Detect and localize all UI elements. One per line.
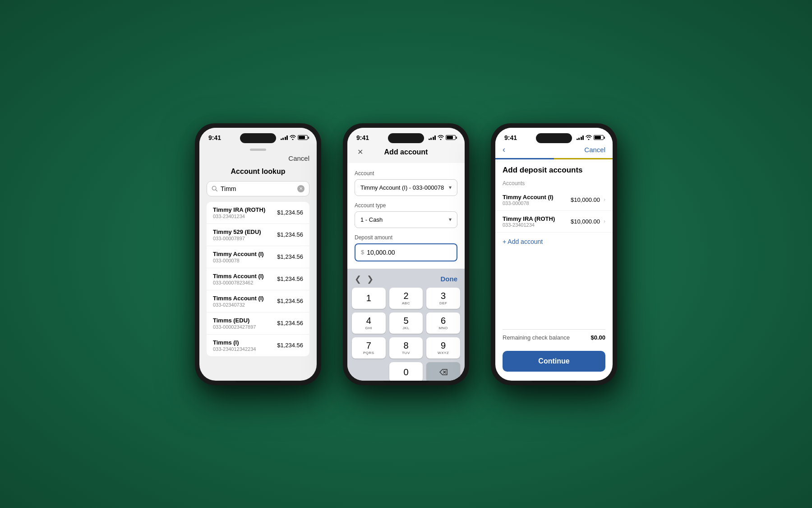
account-type-value: 1 - Cash (360, 216, 383, 223)
table-row[interactable]: Timmy IRA (ROTH) 033-23401234 $10,000.00… (495, 211, 613, 233)
keyboard-key-backspace (352, 362, 386, 381)
battery-icon-3 (594, 135, 604, 140)
time-1: 9:41 (208, 134, 221, 141)
keyboard-toolbar: ❮ ❯ Done (349, 272, 463, 288)
wifi-icon-3 (586, 135, 592, 140)
account-number: 033-00007897 (213, 236, 261, 241)
cancel-button-3[interactable]: Cancel (584, 146, 605, 154)
nav-bar-3: ‹ Cancel (495, 143, 613, 159)
keyboard-key-7[interactable]: 7PQRS (352, 337, 386, 359)
account-dropdown-value: Timmy Account (I) - 033-000078 (360, 184, 444, 191)
list-item[interactable]: Timms Account (I) 033-02340732 $1,234.56 (207, 290, 309, 312)
wifi-icon-1 (290, 135, 296, 140)
modal-close-button[interactable]: ✕ (355, 147, 365, 158)
phone-3: 9:41 ‹ Cancel (491, 123, 617, 385)
account-dropdown[interactable]: Timmy Account (I) - 033-000078 ▾ (355, 179, 457, 196)
svg-line-1 (216, 190, 217, 191)
table-row[interactable]: Timmy Account (I) 033-000078 $10,000.00 … (495, 189, 613, 211)
account-number: 033-000023427897 (213, 324, 256, 330)
list-item[interactable]: Timmy 529 (EDU) 033-00007897 $1,234.56 (207, 224, 309, 246)
deposit-amount-label: Deposit amount (355, 234, 457, 241)
account-amount: $1,234.56 (277, 320, 303, 326)
account-name: Timms (I) (213, 339, 256, 346)
account-name: Timms (EDU) (213, 317, 256, 324)
time-2: 9:41 (356, 134, 369, 141)
keyboard-key-1[interactable]: 1 (352, 288, 386, 309)
account-amount: $1,234.56 (277, 209, 303, 216)
account-amount: $1,234.56 (277, 231, 303, 238)
keyboard-next-button[interactable]: ❯ (367, 274, 374, 284)
list-item[interactable]: Timmy Account (I) 033-000078 $1,234.56 (207, 246, 309, 268)
phone-1: 9:41 (195, 123, 321, 385)
deposit-account-name: Timmy Account (I) (503, 194, 554, 200)
phones-container: 9:41 (195, 123, 617, 385)
search-icon-1 (212, 186, 218, 192)
dynamic-island-2 (388, 133, 424, 143)
list-item[interactable]: Timms (I) 033-234012342234 $1,234.56 (207, 335, 309, 356)
modal-header: ✕ Add account (347, 143, 465, 163)
page-title-3: Add deposit accounts (495, 159, 613, 178)
keyboard-key-0[interactable]: 0 (389, 362, 423, 381)
remaining-row: Remaining check balance $0.00 (503, 329, 605, 345)
keyboard-nav: ❮ ❯ (355, 274, 374, 284)
keyboard-key-6[interactable]: 6MNO (426, 312, 460, 334)
keyboard-key-5[interactable]: 5JKL (389, 312, 423, 334)
account-amount: $1,234.56 (277, 298, 303, 304)
chevron-right-icon: › (604, 218, 605, 224)
account-type-label: Account type (355, 202, 457, 209)
keyboard-key-8[interactable]: 8TUV (389, 337, 423, 359)
time-3: 9:41 (504, 134, 517, 141)
deposit-account-number: 033-000078 (503, 200, 554, 206)
remaining-label: Remaining check balance (503, 334, 570, 341)
keyboard-done-button[interactable]: Done (441, 275, 458, 283)
keyboard-key-⌫[interactable] (426, 362, 460, 381)
remaining-amount: $0.00 (591, 334, 605, 341)
account-amount: $1,234.56 (277, 253, 303, 260)
deposit-amount-input[interactable]: $ 10,000.00 (355, 243, 457, 261)
account-number: 033-02340732 (213, 302, 264, 308)
sheet-handle (250, 149, 266, 151)
account-number: 033-00007823462 (213, 280, 264, 285)
account-number: 033-234012342234 (213, 346, 256, 352)
accounts-section-label: Accounts (495, 178, 613, 189)
deposit-account-name: Timmy IRA (ROTH) (503, 215, 555, 222)
keyboard-key-3[interactable]: 3DEF (426, 288, 460, 309)
sheet-title-1: Account lookup (199, 166, 317, 181)
continue-button[interactable]: Continue (503, 351, 605, 372)
wifi-icon-2 (438, 135, 444, 140)
account-number: 033-23401234 (213, 214, 265, 219)
add-account-link[interactable]: + Add account (495, 233, 613, 251)
account-name: Timms Account (I) (213, 273, 264, 280)
account-name: Timmy IRA (ROTH) (213, 206, 265, 213)
list-item[interactable]: Timmy IRA (ROTH) 033-23401234 $1,234.56 (207, 202, 309, 224)
account-amount: $1,234.56 (277, 342, 303, 349)
keyboard-key-4[interactable]: 4GHI (352, 312, 386, 334)
keyboard-key-2[interactable]: 2ABC (389, 288, 423, 309)
signal-icon-1 (281, 135, 288, 140)
modal-title: Add account (384, 148, 428, 156)
home-indicator-1 (235, 381, 281, 382)
keyboard-key-9[interactable]: 9WXYZ (426, 337, 460, 359)
dynamic-island-1 (240, 133, 276, 143)
status-icons-2 (429, 135, 456, 140)
modal-body: Account Timmy Account (I) - 033-000078 ▾… (347, 163, 465, 269)
account-type-dropdown[interactable]: 1 - Cash ▾ (355, 211, 457, 228)
status-icons-1 (281, 135, 308, 140)
deposit-account-list: Timmy Account (I) 033-000078 $10,000.00 … (495, 189, 613, 233)
account-amount: $1,234.56 (277, 275, 303, 282)
list-item[interactable]: Timms (EDU) 033-000023427897 $1,234.56 (207, 312, 309, 335)
search-bar[interactable]: Timm ✕ (207, 181, 309, 196)
battery-icon-2 (446, 135, 456, 140)
dollar-sign: $ (361, 249, 364, 256)
dynamic-island-3 (536, 133, 572, 143)
search-input-text: Timm (221, 185, 297, 192)
list-item[interactable]: Timms Account (I) 033-00007823462 $1,234… (207, 268, 309, 290)
signal-icon-3 (577, 135, 584, 140)
clear-search-button[interactable]: ✕ (297, 185, 304, 192)
keyboard-prev-button[interactable]: ❮ (355, 274, 361, 284)
account-name: Timms Account (I) (213, 295, 264, 302)
status-icons-3 (577, 135, 604, 140)
account-field-label: Account (355, 170, 457, 177)
cancel-button-1[interactable]: Cancel (288, 154, 309, 162)
back-button[interactable]: ‹ (503, 145, 505, 154)
